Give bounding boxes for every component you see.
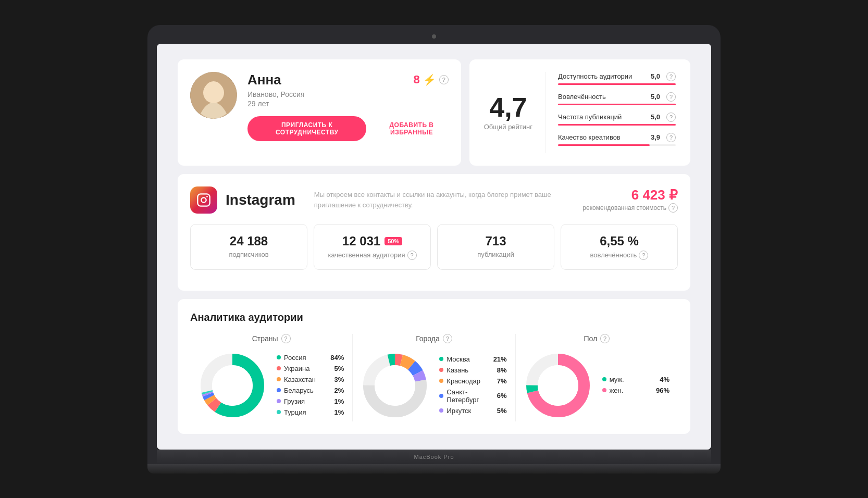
rating-item: Вовлечённость 5,0 ? [558,92,676,105]
legend-name: Краснодар [447,377,485,385]
rating-label: Частота публикаций [558,113,641,121]
legend-name: Москва [447,355,485,363]
svg-point-1 [204,81,223,102]
cities-legend: Москва 21% Казань 8% Краснодар 7% Санкт-… [439,355,506,418]
legend-item: Иркутск 5% [439,407,506,415]
rating-help-icon[interactable]: ? [666,92,676,102]
profile-score: 8 [414,73,420,86]
countries-title: Страны [252,334,278,343]
legend-name: муж. [610,376,648,383]
svg-point-4 [216,93,219,96]
gender-donut [524,352,592,421]
profile-location: Иваново, Россия [247,90,449,98]
svg-rect-2 [206,90,221,101]
stats-row: 24 188 подписчиков 12 031 50% качественн… [190,224,678,270]
legend-pct: 96% [651,387,669,394]
price-help-icon[interactable]: ? [668,203,678,213]
rating-help-icon[interactable]: ? [666,113,676,122]
stat-label: публикаций [448,251,543,258]
svg-point-15 [212,365,253,406]
profile-card: Анна 8 ⚡ ? Иваново, Россия 29 лет [178,59,461,166]
legend-dot [277,366,281,370]
cities-title: Города [416,334,440,343]
legend-pct: 5% [488,407,507,415]
legend-name: Россия [284,354,322,362]
legend-pct: 4% [651,376,669,383]
legend-item: Турция 1% [277,408,344,416]
legend-dot [439,379,443,383]
rating-item: Частота публикаций 5,0 ? [558,113,676,126]
legend-item: Россия 84% [277,354,344,362]
countries-help-icon[interactable]: ? [281,334,291,343]
legend-name: Казань [447,366,485,374]
gender-help-icon[interactable]: ? [600,334,610,343]
cities-help-icon[interactable]: ? [443,334,452,343]
score-help-icon[interactable]: ? [439,75,449,84]
legend-name: Грузия [284,397,322,405]
countries-chart: Страны ? [190,334,353,421]
legend-dot [439,394,443,398]
rating-help-icon[interactable]: ? [666,133,676,142]
legend-item: муж. 4% [602,376,669,383]
cities-donut [361,352,429,421]
analytics-title: Аналитика аудитории [190,312,678,323]
stat-value: 24 188 [201,234,296,248]
instagram-card: Instagram Мы откроем все контакты и ссыл… [178,174,690,291]
rating-item: Доступность аудитории 5,0 ? [558,72,676,85]
camera-dot [432,34,436,39]
legend-name: Украина [284,365,322,372]
legend-item: Москва 21% [439,355,506,363]
legend-item: Краснодар 7% [439,377,506,385]
stat-help-icon[interactable]: ? [407,251,417,260]
legend-pct: 7% [488,377,507,385]
rating-item: Качество креативов 3,9 ? [558,133,676,146]
rating-score: 5,0 [646,93,660,101]
overall-label: Общий рейтинг [484,123,532,131]
gender-chart: Пол ? [516,334,678,421]
quality-badge: 50% [385,237,402,245]
invite-button[interactable]: ПРИГЛАСИТЬ К СОТРУДНИЧЕСТВУ [247,116,366,141]
svg-rect-5 [197,194,209,206]
legend-dot [439,408,443,413]
legend-item: Украина 5% [277,365,344,372]
cities-chart: Города ? [353,334,515,421]
instagram-name: Instagram [226,192,295,208]
legend-name: Турция [284,408,322,416]
legend-pct: 21% [488,355,507,363]
legend-dot [602,388,606,392]
ratings-list: Доступность аудитории 5,0 ? Вовлечённост… [558,72,676,153]
lightning-icon: ⚡ [423,73,436,86]
svg-point-23 [375,365,415,406]
legend-dot [277,388,281,392]
legend-pct: 8% [488,366,507,374]
favorite-button[interactable]: ДОБАВИТЬ В ИЗБРАННЫЕ [375,121,448,136]
legend-pct: 3% [325,376,344,383]
legend-dot [439,368,443,372]
stat-label: качественная аудитория ? [325,251,420,260]
legend-pct: 6% [488,392,507,400]
stat-help-icon[interactable]: ? [639,251,648,260]
legend-item: Казань 8% [439,366,506,374]
svg-point-3 [208,93,211,96]
legend-item: жен. 96% [602,387,669,394]
legend-name: жен. [610,387,648,394]
legend-name: Санкт-Петербург [447,388,485,404]
ratings-card: 4,7 Общий рейтинг Доступность аудитории … [469,59,690,166]
legend-pct: 5% [325,365,344,372]
legend-dot [277,399,281,403]
rating-help-icon[interactable]: ? [666,72,676,81]
stat-box: 12 031 50% качественная аудитория ? [314,224,431,270]
instagram-price: 6 423 ₽ рекомендованная стоимость ? [582,187,678,213]
legend-dot [277,355,281,359]
svg-point-7 [206,196,208,197]
rating-score: 5,0 [646,72,660,80]
stat-value: 713 [448,234,543,248]
legend-item: Санкт-Петербург 6% [439,388,506,404]
rating-score: 3,9 [646,133,660,141]
legend-pct: 1% [325,397,344,405]
stat-box: 24 188 подписчиков [190,224,307,270]
svg-point-6 [201,197,206,202]
avatar [190,72,237,119]
legend-dot [277,377,281,381]
legend-name: Иркутск [447,407,485,415]
